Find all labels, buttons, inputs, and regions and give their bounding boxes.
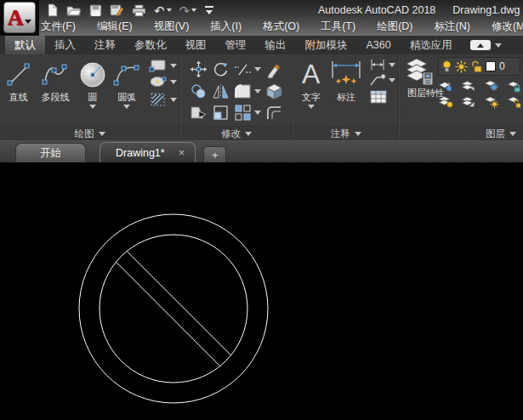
file-tab-start[interactable]: 开始 [15,143,86,162]
ribbon-tab-insert[interactable]: 插入 [45,36,85,54]
ribbon-tab-manage[interactable]: 管理 [216,36,256,54]
trim-button[interactable] [234,62,261,77]
rotate-button[interactable] [212,60,230,78]
layer-on-button[interactable] [438,95,454,109]
ribbon-tab-addins[interactable]: 附加模块 [296,36,357,54]
redo-dropdown-icon[interactable] [191,9,196,12]
menu-tools[interactable]: 工具(T) [321,20,355,34]
dimension-dropdown-icon[interactable] [389,63,395,67]
copy-button[interactable] [190,83,207,99]
trim-dropdown-icon[interactable] [254,67,261,71]
lock-layer-button[interactable] [507,79,520,93]
drawn-circle[interactable] [99,235,247,383]
ribbon-tab-a360[interactable]: A360 [357,36,401,54]
drawn-circle[interactable] [79,214,268,403]
table-button[interactable] [369,89,395,105]
freeze-layer-button[interactable] [484,79,500,93]
layer-tools [438,79,520,109]
circle-tool-button[interactable]: 圆 [77,57,109,126]
hatch-dropdown-icon[interactable] [170,98,177,102]
ribbon-tab-home[interactable]: 默认 [5,36,45,54]
draw-panel-title[interactable]: 绘图 [0,126,179,140]
circle-dropdown-icon[interactable] [89,105,96,109]
menu-view[interactable]: 视图(V) [154,20,190,34]
menu-edit[interactable]: 编辑(E) [97,20,133,34]
drawn-line[interactable] [117,262,220,366]
erase-button[interactable] [265,60,283,78]
unlock-layer-button[interactable] [507,95,520,109]
layers-panel-title[interactable]: 图层 [400,126,523,140]
panel-title-label: 修改 [221,128,241,140]
redo-button[interactable]: ↷ [179,4,197,17]
ellipse-dropdown-icon[interactable] [170,80,177,84]
ribbon-tab-featured-apps[interactable]: 精选应用 [401,36,462,54]
leader-dropdown-icon[interactable] [389,78,395,82]
hatch-tool-button[interactable] [149,91,177,108]
drawing-svg [0,164,523,420]
rectangle-dropdown-icon[interactable] [170,64,177,68]
rectangle-tool-button[interactable] [149,59,177,72]
ribbon-tab-output[interactable]: 输出 [256,36,296,54]
menu-draw[interactable]: 绘图(D) [377,20,412,34]
drawing-canvas[interactable] [0,164,523,420]
ribbon-collapse-button[interactable] [470,40,491,50]
mirror-button[interactable] [212,83,230,99]
open-file-button[interactable] [66,4,82,17]
arc-tool-button[interactable]: 圆弧 [109,57,145,126]
ribbon-tab-bar: 默认 插入 注释 参数化 视图 管理 输出 附加模块 A360 精选应用 [0,36,523,54]
menu-file[interactable]: 文件(F) [41,20,76,34]
array-dropdown-icon[interactable] [254,111,261,115]
ribbon-tab-annotate[interactable]: 注释 [85,36,125,54]
save-button[interactable] [89,4,102,17]
thaw-layer-button[interactable] [484,95,500,109]
circle-icon [77,59,108,89]
undo-dropdown-icon[interactable] [167,9,172,12]
plot-button[interactable] [132,4,146,17]
drawn-line[interactable] [127,252,230,355]
menu-dimension[interactable]: 标注(N) [435,20,470,34]
undo-button[interactable]: ↶ [154,4,172,17]
thaw-layer-icon [484,95,500,109]
text-dropdown-icon[interactable] [308,105,315,109]
make-current-layer-button[interactable] [438,79,454,93]
modify-panel-title[interactable]: 修改 [181,126,292,140]
fillet-dropdown-icon[interactable] [254,89,261,94]
ribbon-tab-parametric[interactable]: 参数化 [125,36,176,54]
annotation-panel-title[interactable]: 注释 [293,126,398,140]
layer-combo[interactable]: 0 [438,57,520,76]
new-file-button[interactable] [46,3,59,17]
text-tool-button[interactable]: A 文字 [296,57,327,126]
line-tool-button[interactable]: 直线 [3,57,35,126]
array-button[interactable] [234,105,261,121]
new-drawing-tab-button[interactable]: + [203,146,226,162]
ribbon-collapse-options-icon[interactable] [495,43,502,48]
scale-button[interactable] [212,105,230,121]
layer-properties-button[interactable]: 图层特性 [402,57,435,126]
document-title: Drawing1.dwg [452,4,520,16]
match-layer-button[interactable] [461,79,477,93]
menu-format[interactable]: 格式(O) [263,20,299,34]
linear-dimension-button[interactable] [369,59,395,71]
ribbon-tab-view[interactable]: 视图 [176,36,216,54]
close-tab-icon[interactable]: × [179,147,185,158]
change-layer-button[interactable] [461,95,477,109]
arc-dropdown-icon[interactable] [123,105,130,109]
polyline-tool-button[interactable]: 多段线 [35,57,77,126]
tab-label: 参数化 [134,38,167,53]
offset-button[interactable] [265,105,283,121]
menu-modify[interactable]: 修改(M) [492,20,523,34]
ellipse-tool-button[interactable] [149,75,177,88]
menu-insert[interactable]: 插入(I) [210,20,242,34]
leader-button[interactable] [369,73,395,87]
save-as-button[interactable] [110,3,124,17]
rotate-icon [212,60,230,78]
file-tab-drawing1[interactable]: Drawing1* × [99,142,196,162]
explode-button[interactable] [265,82,283,100]
fillet-button[interactable] [234,83,261,99]
tab-label: 输出 [265,38,287,53]
customize-qat-button[interactable] [204,5,214,15]
stretch-button[interactable] [190,105,207,121]
move-button[interactable] [190,60,207,78]
application-menu-button[interactable]: A [3,2,36,33]
dimension-tool-button[interactable]: 标注 [327,57,367,126]
